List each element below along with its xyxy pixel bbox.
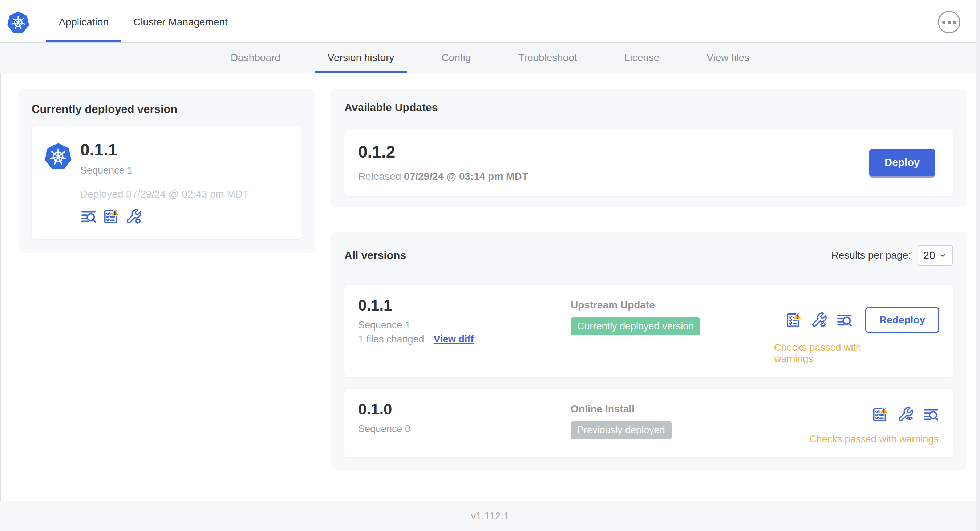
logs-icon[interactable] bbox=[80, 208, 97, 225]
update-version-number: 0.1.2 bbox=[358, 143, 528, 161]
kubernetes-app-icon bbox=[44, 142, 72, 170]
tab-cluster-management-label: Cluster Management bbox=[133, 16, 228, 28]
row-sequence: Sequence 0 bbox=[358, 423, 571, 435]
redeploy-button[interactable]: Redeploy bbox=[865, 307, 939, 333]
previously-deployed-badge: Previously deployed bbox=[571, 421, 671, 439]
config-edit-icon[interactable] bbox=[811, 312, 827, 328]
chevron-down-icon bbox=[938, 251, 948, 260]
results-per-page-value: 20 bbox=[923, 249, 935, 261]
available-updates-panel: Available Updates 0.1.2 Released 07/29/2… bbox=[331, 89, 966, 207]
deployed-actions bbox=[80, 208, 249, 225]
currently-deployed-card: 0.1.1 Sequence 1 Deployed 07/29/24 @ 02:… bbox=[32, 126, 302, 239]
scrollbar-track[interactable] bbox=[976, 0, 980, 531]
available-updates-title: Available Updates bbox=[344, 101, 953, 114]
tab-cluster-management[interactable]: Cluster Management bbox=[121, 2, 240, 42]
deploy-button[interactable]: Deploy bbox=[869, 149, 935, 176]
row-version-number: 0.1.1 bbox=[358, 297, 571, 314]
row-version-number: 0.1.0 bbox=[358, 401, 571, 418]
available-update-card: 0.1.2 Released 07/29/24 @ 03:14 pm MDT D… bbox=[344, 130, 953, 196]
tab-application-label: Application bbox=[59, 16, 108, 28]
checks-status-text[interactable]: Checks passed with warnings bbox=[774, 342, 867, 365]
currently-deployed-title: Currently deployed version bbox=[32, 103, 302, 116]
preflight-checks-warning-icon[interactable] bbox=[785, 312, 802, 328]
app-header: Application Cluster Management bbox=[0, 0, 980, 43]
results-per-page-label: Results per page: bbox=[831, 250, 911, 261]
tab-application[interactable]: Application bbox=[46, 2, 121, 42]
row-source-type: Online Install bbox=[571, 403, 774, 415]
right-column: Available Updates 0.1.2 Released 07/29/2… bbox=[331, 89, 966, 470]
all-versions-title: All versions bbox=[344, 249, 406, 261]
view-diff-link[interactable]: View diff bbox=[434, 334, 474, 345]
released-label: Released bbox=[358, 171, 401, 182]
console-version: v1.112.1 bbox=[471, 510, 509, 522]
preflight-checks-warning-icon[interactable] bbox=[872, 406, 888, 423]
overflow-menu-button[interactable] bbox=[938, 11, 960, 33]
main-content: Currently deployed version 0.1.1 Sequenc… bbox=[0, 73, 980, 501]
config-edit-icon[interactable] bbox=[125, 208, 142, 225]
preflight-checks-warning-icon[interactable] bbox=[103, 208, 119, 225]
subnav-troubleshoot[interactable]: Troubleshoot bbox=[506, 43, 589, 73]
files-changed-text: 1 files changed bbox=[358, 334, 424, 345]
all-versions-panel: All versions Results per page: 20 bbox=[331, 232, 966, 470]
logs-icon[interactable] bbox=[836, 312, 853, 328]
deployed-version-number: 0.1.1 bbox=[80, 141, 249, 159]
results-per-page-select[interactable]: 20 bbox=[918, 245, 953, 266]
app-footer: v1.112.1 bbox=[0, 501, 980, 531]
released-date: 07/29/24 @ 03:14 pm MDT bbox=[404, 171, 528, 182]
version-row-0-1-0: 0.1.0 Sequence 0 Online Install Previous… bbox=[344, 389, 953, 457]
currently-deployed-panel: Currently deployed version 0.1.1 Sequenc… bbox=[19, 89, 315, 253]
config-view-icon[interactable] bbox=[897, 406, 914, 423]
currently-deployed-badge: Currently deployed version bbox=[571, 318, 700, 335]
deployed-sequence: Sequence 1 bbox=[80, 165, 249, 176]
ellipsis-icon bbox=[942, 21, 945, 24]
checks-status-text[interactable]: Checks passed with warnings bbox=[809, 434, 939, 445]
deployed-timestamp: Deployed 07/29/24 @ 02:43 pm MDT bbox=[80, 189, 249, 200]
subnav-version-history[interactable]: Version history bbox=[315, 43, 407, 73]
logs-icon[interactable] bbox=[923, 406, 939, 423]
row-sequence: Sequence 1 bbox=[358, 320, 571, 331]
kubernetes-logo-icon bbox=[6, 11, 30, 34]
app-subnav: Dashboard Version history Config Trouble… bbox=[0, 43, 980, 73]
version-history-page: Application Cluster Management Dashboard… bbox=[0, 0, 980, 531]
subnav-dashboard[interactable]: Dashboard bbox=[218, 43, 293, 73]
subnav-config[interactable]: Config bbox=[430, 43, 484, 73]
subnav-view-files[interactable]: View files bbox=[694, 43, 762, 73]
row-source-type: Upstream Update bbox=[571, 299, 774, 311]
header-tabs: Application Cluster Management bbox=[46, 2, 240, 42]
version-row-0-1-1: 0.1.1 Sequence 1 1 files changed View di… bbox=[344, 285, 953, 377]
subnav-license[interactable]: License bbox=[612, 43, 672, 73]
